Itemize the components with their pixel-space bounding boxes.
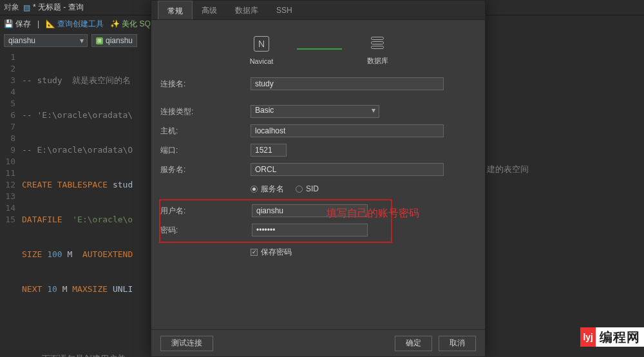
tab-advanced[interactable]: 高级 bbox=[193, 1, 226, 19]
navicat-label: Navicat bbox=[250, 57, 274, 65]
tab-objects[interactable]: 对象 bbox=[4, 2, 19, 13]
test-connection-button[interactable]: 测试连接 bbox=[160, 336, 213, 351]
schema-icon: ⊞ bbox=[96, 37, 103, 44]
query-builder-button[interactable]: 📐查询创建工具 bbox=[46, 19, 104, 30]
line-gutter: 123456789101112131415 bbox=[0, 49, 19, 357]
dialog-footer: 测试连接 确定 取消 bbox=[151, 329, 485, 356]
radio-sid[interactable]: SID bbox=[296, 184, 319, 193]
dialog-tabs: 常规 高级 数据库 SSH bbox=[151, 1, 485, 20]
navicat-icon: N bbox=[254, 36, 269, 52]
tab-title-text: * 无标题 - 查询 bbox=[33, 2, 84, 13]
conn-name-label: 连接名: bbox=[160, 79, 251, 90]
service-label: 服务名: bbox=[160, 164, 251, 175]
connection-diagram: N Navicat 数据库 bbox=[160, 29, 478, 75]
save-password-checkbox[interactable]: ✓保存密码 bbox=[251, 247, 292, 258]
database-icon bbox=[371, 37, 384, 49]
ok-button[interactable]: 确定 bbox=[395, 336, 432, 351]
password-input[interactable] bbox=[252, 224, 368, 236]
conn-name-input[interactable] bbox=[251, 77, 444, 90]
radio-service-name[interactable]: 服务名 bbox=[251, 184, 284, 195]
schema-select[interactable]: ⊞qianshu bbox=[91, 34, 137, 47]
connection-line-icon bbox=[297, 48, 342, 50]
partial-comment-text: 建的表空间 bbox=[487, 164, 529, 175]
connection-dialog: 常规 高级 数据库 SSH N Navicat 数据库 连接名: 连接类型: B… bbox=[151, 0, 486, 357]
logo-text: 编程网 bbox=[596, 329, 644, 346]
tab-ssh[interactable]: SSH bbox=[267, 1, 301, 19]
connection-select[interactable]: qianshu bbox=[4, 34, 88, 47]
tab-database[interactable]: 数据库 bbox=[226, 1, 267, 19]
logo-badge: lyj bbox=[580, 327, 596, 347]
conn-type-select[interactable]: Basic bbox=[251, 105, 379, 118]
annotation-text: 填写自己的账号密码 bbox=[327, 207, 419, 220]
port-input[interactable] bbox=[251, 144, 287, 157]
query-file-icon: ▤ bbox=[23, 3, 30, 12]
port-label: 端口: bbox=[160, 145, 251, 156]
user-label: 用户名: bbox=[160, 206, 252, 217]
credentials-highlight: 用户名: 密码: bbox=[159, 199, 392, 243]
pass-label: 密码: bbox=[160, 225, 252, 236]
host-label: 主机: bbox=[160, 126, 251, 137]
save-button[interactable]: 💾保存 bbox=[4, 19, 31, 30]
conn-type-label: 连接类型: bbox=[160, 106, 251, 117]
beautify-sql-button[interactable]: ✨美化 SQL bbox=[110, 19, 155, 30]
database-label: 数据库 bbox=[367, 56, 388, 66]
service-input[interactable] bbox=[251, 163, 444, 176]
tab-general[interactable]: 常规 bbox=[158, 1, 193, 19]
host-input[interactable] bbox=[251, 124, 444, 137]
cancel-button[interactable]: 取消 bbox=[439, 336, 476, 351]
tab-query[interactable]: ▤ * 无标题 - 查询 bbox=[23, 2, 84, 13]
site-watermark: lyj 编程网 bbox=[580, 327, 644, 347]
